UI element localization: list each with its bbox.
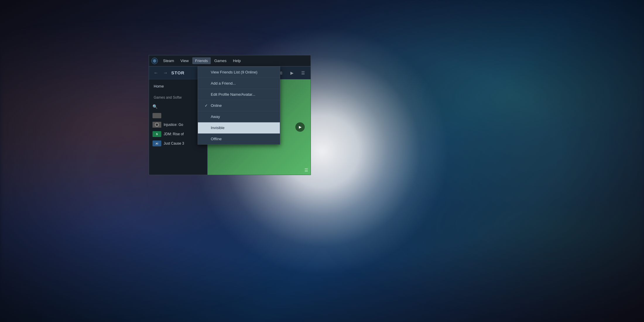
friends-dropdown-menu: View Friends List (9 Online) Add a Frien…: [198, 66, 280, 145]
label-away: Away: [211, 114, 220, 119]
menu-view[interactable]: View: [178, 57, 192, 64]
list-view-icon[interactable]: ☰: [299, 69, 307, 77]
play-icon[interactable]: ▶: [288, 69, 296, 77]
game-thumb-justcause: JC: [153, 141, 161, 146]
menu-bar: Steam View Friends Games Help: [149, 55, 311, 66]
game-title-justcause: Just Cause 3: [164, 141, 184, 145]
dropdown-item-add-friend[interactable]: Add a Friend...: [198, 78, 280, 89]
label-offline: Offline: [211, 137, 222, 141]
svg-point-6: [156, 124, 158, 126]
label-view-friends: View Friends List (9 Online): [211, 70, 257, 74]
background-blur: [0, 0, 644, 322]
banner-list-control[interactable]: ☰: [304, 168, 308, 172]
search-icon: 🔍: [153, 104, 157, 109]
label-invisible: Invisible: [211, 126, 225, 130]
menu-help[interactable]: Help: [230, 57, 244, 64]
dropdown-item-invisible[interactable]: Invisible: [198, 122, 280, 133]
dropdown-item-online[interactable]: ✓ Online: [198, 100, 280, 111]
label-online: Online: [211, 103, 222, 108]
dropdown-item-edit-profile[interactable]: Edit Profile Name/Avatar...: [198, 89, 280, 100]
game-title-jdm: JDM: Rise of: [164, 132, 184, 136]
back-button[interactable]: ←: [153, 69, 160, 76]
steam-window: Steam View Friends Games Help ← → STOR I…: [149, 55, 311, 175]
nav-title: STOR: [171, 70, 184, 75]
dropdown-item-offline[interactable]: Offline: [198, 133, 280, 144]
game-thumb-partial: [153, 113, 161, 118]
svg-point-3: [154, 60, 155, 61]
game-thumb-injustice: [153, 122, 161, 128]
forward-button[interactable]: →: [162, 69, 169, 76]
dropdown-item-view-friends[interactable]: View Friends List (9 Online): [198, 67, 280, 78]
menu-steam[interactable]: Steam: [160, 57, 177, 64]
game-thumb-jdm: S: [153, 131, 161, 137]
menu-games[interactable]: Games: [211, 57, 229, 64]
menu-friends[interactable]: Friends: [192, 57, 211, 64]
dropdown-item-away[interactable]: Away: [198, 111, 280, 122]
label-edit-profile: Edit Profile Name/Avatar...: [211, 92, 255, 97]
banner-play-button[interactable]: ▶: [295, 122, 305, 132]
steam-logo-icon: [151, 58, 158, 64]
label-add-friend: Add a Friend...: [211, 81, 236, 85]
check-online: ✓: [204, 103, 208, 108]
game-title-injustice: Injustice: Go: [164, 123, 183, 127]
